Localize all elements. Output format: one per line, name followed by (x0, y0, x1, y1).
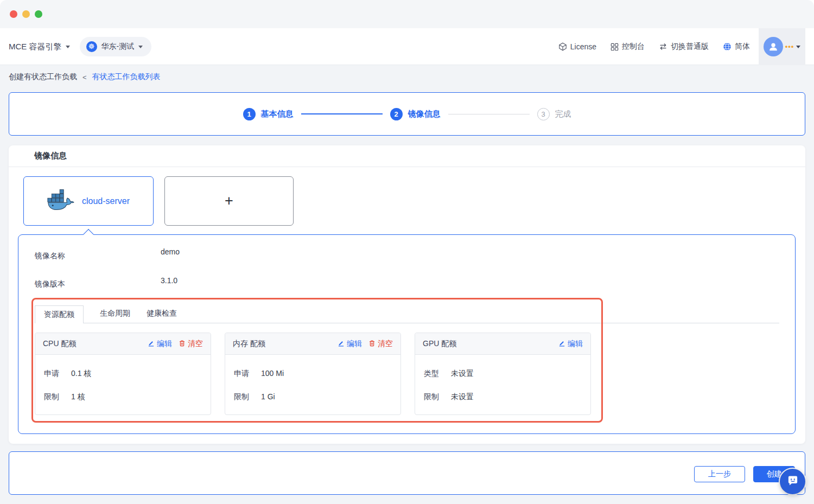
edit-pencil-icon (148, 340, 155, 348)
step-basic-info[interactable]: 1 基本信息 (243, 108, 294, 120)
cpu-request-row: 申请 0.1 核 (44, 369, 91, 379)
console-link[interactable]: 控制台 (610, 42, 645, 52)
field-value-image-name: demo (161, 247, 180, 256)
breadcrumb: 创建有状态工作负载 < 有状态工作负载列表 (9, 72, 161, 82)
edit-pencil-icon (558, 340, 565, 348)
window-titlebar (0, 0, 814, 28)
memory-limit-row: 限制 1 Gi (234, 392, 275, 402)
cpu-limit-row: 限制 1 核 (44, 392, 85, 402)
wizard-stepper: 1 基本信息 2 镜像信息 3 完成 (243, 108, 571, 120)
page-title: 创建有状态工作负载 (9, 72, 77, 82)
memory-quota-title: 内存 配额 (233, 339, 265, 349)
switch-version-link[interactable]: 切换普通版 (659, 42, 709, 52)
more-dots-icon: ••• (785, 44, 794, 49)
config-tabs: 资源配额 生命周期 健康检查 (35, 305, 177, 323)
field-label-image-name: 镜像名称 (35, 251, 65, 261)
step-image-info[interactable]: 2 镜像信息 (390, 108, 441, 120)
gpu-quota-card: GPU 配额 编辑 (415, 333, 591, 415)
license-cube-icon (558, 42, 567, 51)
traffic-lights (10, 10, 42, 18)
parent-list-link[interactable]: 有状态工作负载列表 (92, 72, 161, 82)
chevron-down-icon (66, 46, 70, 48)
gpu-edit-button[interactable]: 编辑 (558, 339, 583, 349)
tab-health-check[interactable]: 健康检查 (147, 309, 177, 323)
kubernetes-icon: ☸ (86, 41, 97, 52)
nav-label: 切换普通版 (671, 42, 709, 52)
support-chat-button[interactable] (780, 469, 805, 494)
field-value-image-version: 3.1.0 (161, 276, 177, 285)
cpu-clear-button[interactable]: 清空 (179, 339, 203, 349)
step-number: 3 (537, 108, 550, 120)
chat-bubble-icon (786, 474, 800, 490)
memory-quota-header: 内存 配额 编辑 (225, 333, 400, 355)
stepper-card: 1 基本信息 2 镜像信息 3 完成 (9, 92, 805, 136)
license-link[interactable]: License (558, 42, 596, 51)
tab-lifecycle[interactable]: 生命周期 (100, 309, 130, 323)
maximize-button[interactable] (35, 10, 42, 18)
nav-label: License (570, 42, 596, 51)
section-header: 镜像信息 (9, 145, 805, 167)
chevron-down-icon (796, 46, 800, 48)
step-complete: 3 完成 (537, 108, 571, 120)
wizard-footer: 上一步 创建 (9, 451, 805, 495)
app-header: MCE 容器引擎 ☸ 华东-测试 License (0, 28, 814, 65)
trash-icon (368, 340, 376, 348)
image-name: cloud-server (82, 196, 130, 206)
section-title: 镜像信息 (34, 151, 67, 161)
step-label: 镜像信息 (408, 109, 441, 119)
step-number: 1 (243, 108, 256, 120)
gpu-type-row: 类型 未设置 (424, 369, 474, 379)
image-info-section: 镜像信息 (9, 145, 805, 444)
switch-arrows-icon (659, 42, 667, 51)
memory-request-row: 申请 100 Mi (234, 369, 284, 379)
product-menu[interactable]: MCE 容器引擎 (9, 42, 70, 52)
step-connector (448, 114, 530, 114)
cpu-edit-button[interactable]: 编辑 (148, 339, 172, 349)
language-switcher[interactable]: 简体 (723, 42, 750, 52)
app-window: MCE 容器引擎 ☸ 华东-测试 License (0, 0, 814, 504)
gpu-quota-title: GPU 配额 (423, 339, 456, 349)
cpu-quota-header: CPU 配额 编辑 (35, 333, 211, 355)
gpu-limit-row: 限制 未设置 (424, 392, 474, 402)
language-globe-icon (723, 42, 732, 51)
product-title: MCE 容器引擎 (9, 42, 62, 52)
memory-quota-card: 内存 配额 编辑 (225, 333, 401, 415)
cpu-quota-title: CPU 配额 (43, 339, 76, 349)
step-label: 基本信息 (261, 109, 294, 119)
add-image-button[interactable]: + (164, 176, 294, 226)
step-connector (301, 113, 383, 114)
memory-edit-button[interactable]: 编辑 (338, 339, 362, 349)
chevron-down-icon (138, 46, 143, 48)
step-number: 2 (390, 108, 403, 120)
step-label: 完成 (555, 109, 571, 119)
minimize-button[interactable] (22, 10, 30, 18)
image-card-cloud-server[interactable]: cloud-server (23, 176, 154, 226)
nav-label: 简体 (735, 42, 750, 52)
breadcrumb-separator: < (82, 73, 87, 81)
gpu-quota-header: GPU 配额 编辑 (415, 333, 590, 355)
image-detail-panel: 镜像名称 demo 镜像版本 3.1.0 资源配额 生命周期 健康检查 CPU … (18, 234, 796, 434)
docker-whale-icon (47, 189, 75, 213)
nav-label: 控制台 (622, 42, 645, 52)
cluster-selector[interactable]: ☸ 华东-测试 (80, 37, 152, 56)
cluster-name: 华东-测试 (101, 42, 135, 52)
field-label-image-version: 镜像版本 (35, 279, 65, 289)
previous-step-button[interactable]: 上一步 (694, 466, 745, 482)
console-grid-icon (610, 43, 619, 51)
trash-icon (179, 340, 186, 348)
avatar (764, 37, 783, 56)
cpu-quota-card: CPU 配额 编辑 (35, 333, 211, 415)
close-button[interactable] (10, 10, 17, 18)
user-menu[interactable]: ••• (759, 28, 805, 65)
plus-icon: + (225, 193, 233, 209)
tab-resource-quota[interactable]: 资源配额 (35, 305, 84, 323)
memory-clear-button[interactable]: 清空 (368, 339, 393, 349)
edit-pencil-icon (338, 340, 345, 348)
